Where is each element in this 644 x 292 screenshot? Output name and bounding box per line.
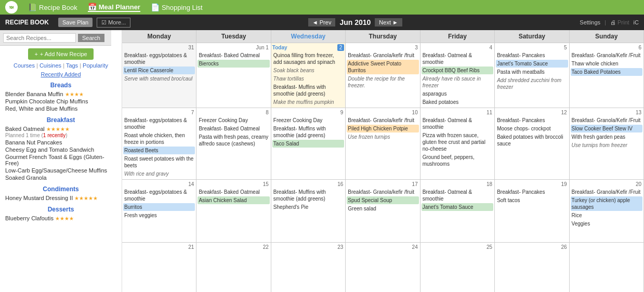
day-2[interactable]: Today 2 Quinoa filling from freezer, add…: [271, 43, 346, 108]
search-button[interactable]: Search: [78, 34, 104, 42]
meal[interactable]: Breakfast- Baked Oatmeal: [198, 51, 269, 59]
nav-recipe-book[interactable]: 📗 Recipe Book: [28, 3, 77, 11]
ic-link[interactable]: iC: [634, 19, 639, 25]
meal[interactable]: Breakfast- Granola/kefir /fruit: [347, 51, 418, 59]
day-14[interactable]: 14 Breakfast- eggs/potatoes & smoothie B…: [122, 180, 196, 242]
meal[interactable]: Breakfast- Pancakes: [496, 116, 568, 124]
meal[interactable]: Breakfast- Granola/kefir /fruit: [347, 188, 418, 196]
meal[interactable]: Piled High Chicken Potpie: [347, 125, 418, 132]
recipe-blueberry-clafoutis[interactable]: Blueberry Clafoutis ★★★★: [5, 215, 116, 222]
meal[interactable]: Breakfast- Granola/Kefir /Fruit: [571, 51, 642, 59]
day-23[interactable]: 23: [271, 243, 346, 292]
print-link[interactable]: 🖨 Print: [610, 19, 629, 25]
day-20[interactable]: 20 Breakfast- Granola/Kefir /Fruit Turke…: [570, 180, 644, 242]
meal[interactable]: Breakfast- Pancakes: [496, 188, 568, 196]
day-3[interactable]: 3 Breakfast- Granola/kefir /fruit Addict…: [346, 43, 420, 108]
recipe-banana-nut-pancakes[interactable]: Banana Nut Pancakes: [5, 139, 116, 146]
day-12[interactable]: 12 Breakfast- Pancakes Moose chops- croc…: [495, 108, 569, 179]
meal[interactable]: Breakfast- eggs/potatoes & smoothie: [123, 188, 195, 203]
meal[interactable]: Bierocks: [198, 60, 269, 68]
meal[interactable]: Breakfast- Baked Oatmeal: [198, 188, 269, 196]
meal[interactable]: Breakfast- Oatmeal & smoothie: [422, 116, 493, 131]
day-24[interactable]: 24: [346, 243, 420, 292]
meal[interactable]: Pasta with meatballs: [496, 68, 568, 76]
meal[interactable]: Janet's Tomato Sauce: [496, 60, 568, 68]
meal[interactable]: Fresh veggies: [123, 211, 195, 219]
meal[interactable]: Breakfast- Oatmeal & smoothie: [422, 188, 493, 203]
search-input[interactable]: [3, 33, 76, 43]
meal[interactable]: Taco Baked Potatoes: [571, 68, 642, 76]
day-16[interactable]: 16 Breakfast- Muffins with smoothie (add…: [271, 180, 346, 242]
meal[interactable]: Breakfast- Baked Oatmeal: [198, 125, 269, 132]
day-5[interactable]: 5 Breakfast- Pancakes Janet's Tomato Sau…: [495, 43, 569, 108]
day-31[interactable]: 31 Breakfast- eggs/potatoes & smoothie L…: [122, 43, 196, 108]
meal[interactable]: Addictive Sweet Potato Burritos: [347, 60, 418, 74]
meal[interactable]: Pizza with frozen sauce, gluten free cru…: [422, 131, 493, 153]
meal[interactable]: Breakfast- Granola/Kefir /Fruit: [571, 188, 642, 196]
meal[interactable]: Taco Salad: [272, 140, 344, 148]
day-jun1[interactable]: Jun 1 Breakfast- Baked Oatmeal Bierocks: [196, 43, 271, 108]
recipe-red-white-blue-muffins[interactable]: Red, White and Blue Muffins: [5, 105, 116, 112]
meal[interactable]: Moose chops- crockpot: [496, 125, 568, 132]
meal[interactable]: Freezer Cooking Day: [198, 116, 269, 124]
popularity-link[interactable]: Popularity: [83, 62, 108, 69]
meal[interactable]: Soft tacos: [496, 196, 568, 204]
meal[interactable]: Breakfast- Muffins with smoothie (add gr…: [272, 188, 344, 203]
day-21[interactable]: 21: [122, 243, 196, 292]
day-6[interactable]: 6 Breakfast- Granola/Kefir /Fruit Thaw w…: [570, 43, 644, 108]
recipe-low-carb-muffins[interactable]: Low-Carb Egg/Sausage/Cheese Muffins: [5, 167, 116, 174]
more-button[interactable]: ☑ More...: [97, 18, 130, 28]
day-19[interactable]: 19 Breakfast- Pancakes Soft tacos: [495, 180, 569, 242]
nav-shopping-list[interactable]: 📄 Shopping List: [151, 3, 203, 11]
recipe-honey-mustard[interactable]: Honey Mustard Dressing II ★★★★★: [5, 194, 116, 202]
day-7[interactable]: 7 Breakfast- eggs/potatoes & smoothie Ro…: [122, 108, 196, 179]
day-10[interactable]: 10 Breakfast- Granola/kefir /fruit Piled…: [346, 108, 420, 179]
meal[interactable]: Breakfast- Pancakes: [496, 51, 568, 59]
meal[interactable]: Breakfast- Muffins with smoothie (add gr…: [272, 125, 344, 139]
recipe-soaked-granola[interactable]: Soaked Granola: [5, 174, 116, 181]
add-recipe-button[interactable]: + + Add New Recipe: [28, 48, 93, 60]
meal[interactable]: Breakfast- Oatmeal & smoothie: [422, 51, 493, 66]
meal[interactable]: Quinoa filling from freezer, add sausage…: [272, 51, 344, 66]
day-22[interactable]: 22: [196, 243, 271, 292]
meal[interactable]: Green salad: [347, 205, 418, 213]
meal[interactable]: Baked potatoes with broccoli sauce: [496, 133, 568, 148]
meal[interactable]: Breakfast- Granola/Kefir /Fruit: [571, 116, 642, 124]
meal[interactable]: Roasted Beets: [123, 147, 195, 154]
meal[interactable]: Breakfast- eggs/potatoes & smoothie: [123, 51, 195, 66]
meal[interactable]: Baked potatoes: [422, 98, 493, 106]
cuisines-link[interactable]: Cuisines: [40, 62, 61, 69]
prev-button[interactable]: ◄ Prev: [308, 18, 336, 26]
meal[interactable]: Turkey (or chicken) apple sausages: [571, 196, 642, 211]
day-26[interactable]: 26: [495, 243, 569, 292]
tags-link[interactable]: Tags: [66, 62, 78, 69]
meal[interactable]: Freezer Cooking Day: [272, 116, 344, 124]
day-13[interactable]: 13 Breakfast- Granola/Kefir /Fruit Slow …: [570, 108, 644, 179]
meal[interactable]: Crockpot BBQ Beef Ribs: [422, 67, 493, 74]
courses-link[interactable]: Courses: [14, 62, 35, 69]
meal[interactable]: Slow Cooker Beef Stew IV: [571, 125, 642, 132]
day-15[interactable]: 15 Breakfast- Baked Oatmeal Asian Chicke…: [196, 180, 271, 242]
meal[interactable]: Shepherd's Pie: [272, 203, 344, 211]
day-9[interactable]: 9 Freezer Cooking Day Breakfast- Muffins…: [271, 108, 346, 179]
recently-added-link[interactable]: Recently Added: [5, 71, 116, 77]
day-8[interactable]: 8 Freezer Cooking Day Breakfast- Baked O…: [196, 108, 271, 179]
meal[interactable]: Asian Chicken Salad: [198, 196, 269, 204]
recipe-baked-oatmeal[interactable]: Baked Oatmeal ★★★★★Planned 1 time (1 rec…: [5, 125, 116, 139]
meal[interactable]: With fresh garden peas: [571, 133, 642, 141]
day-18[interactable]: 18 Breakfast- Oatmeal & smoothie Janet's…: [420, 180, 495, 242]
next-button[interactable]: Next ►: [375, 18, 402, 26]
recipe-cheesy-egg-tomato[interactable]: Cheesy Egg and Tomato Sandwich: [5, 146, 116, 153]
day-4[interactable]: 4 Breakfast- Oatmeal & smoothie Crockpot…: [420, 43, 495, 108]
meal[interactable]: Spud Special Soup: [347, 196, 418, 204]
meal[interactable]: Janet's Tomato Sauce: [422, 203, 493, 211]
day-17[interactable]: 17 Breakfast- Granola/kefir /fruit Spud …: [346, 180, 420, 242]
day-11[interactable]: 11 Breakfast- Oatmeal & smoothie Pizza w…: [420, 108, 495, 179]
meal[interactable]: asparagus: [422, 90, 493, 98]
save-plan-button[interactable]: Save Plan: [58, 18, 93, 27]
recipe-gourmet-french-toast[interactable]: Gourmet French Toast & Eggs (Gluten-Free…: [5, 153, 116, 167]
meal[interactable]: Roast whole chicken, then freeze in port…: [123, 131, 195, 146]
recipe-pumpkin-choc-muffins[interactable]: Pumpkin Chocolate Chip Muffins: [5, 98, 116, 105]
day-25[interactable]: 25: [420, 243, 495, 292]
meal[interactable]: Breakfast- Muffins with smoothie (add gr…: [272, 83, 344, 98]
